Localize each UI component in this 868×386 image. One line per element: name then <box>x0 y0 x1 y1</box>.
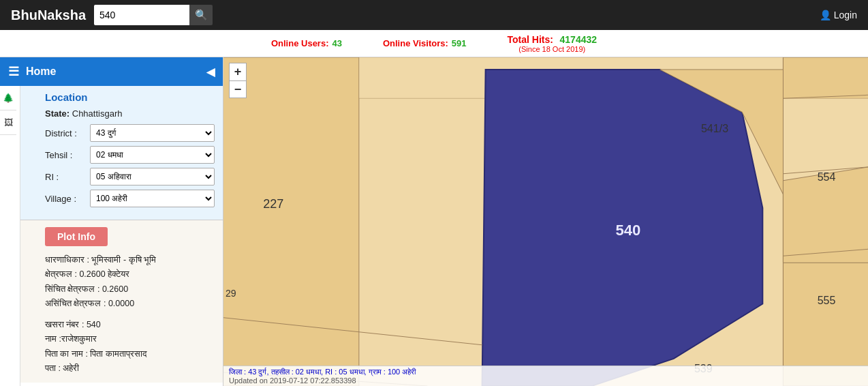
district-select[interactable]: 43 दुर्ग <box>90 124 215 142</box>
plot-detail-area: क्षेत्रफल : 0.2600 हेक्टेयर <box>45 267 215 282</box>
tehsil-select[interactable]: 02 धमधा <box>90 146 215 164</box>
label-29: 29 <box>226 288 236 299</box>
map-statusbar: जिला : 43 दुर्ग, तहसील : 02 धमधा, RI : 0… <box>223 366 868 386</box>
online-visitors-value: 591 <box>452 38 467 48</box>
online-visitors-label: Online Visitors: <box>383 38 448 48</box>
sidebar-header: ☰ Home ◀ <box>0 57 223 86</box>
sidebar: ☰ Home ◀ 🌲 🖼 Location State: Chhattisgar… <box>0 57 223 386</box>
home-label: Home <box>26 65 56 78</box>
ri-select[interactable]: 05 अहिवारा <box>90 168 215 185</box>
since-label: (Since 18 Oct 2019) <box>518 45 585 53</box>
online-users-stat: Online Users: 43 <box>271 38 342 48</box>
village-label: Village : <box>45 194 87 204</box>
collapse-arrow-icon[interactable]: ◀ <box>206 65 215 78</box>
ri-row: RI : 05 अहिवारा <box>45 168 215 185</box>
map-area[interactable]: 227 540 541/3 554 555 539 29 + − जिला : … <box>223 57 868 386</box>
main-layout: ☰ Home ◀ 🌲 🖼 Location State: Chhattisgar… <box>0 57 868 386</box>
village-row: Village : 100 अहेरी <box>45 190 215 207</box>
tehsil-row: Tehsil : 02 धमधा <box>45 146 215 164</box>
plot-detail-dharana: धारणाधिकार : भूमिस्वामी - कृषि भूमि <box>45 253 215 267</box>
image-icon[interactable]: 🖼 <box>0 110 16 135</box>
ri-label: RI : <box>45 172 87 182</box>
tehsil-label: Tehsil : <box>45 150 87 160</box>
plot-detail-sinchit: सिंचित क्षेत्रफल : 0.2600 <box>45 282 215 297</box>
label-540: 540 <box>615 222 640 239</box>
search-input[interactable] <box>94 5 189 25</box>
label-541-3: 541/3 <box>701 122 728 134</box>
state-value: Chhattisgarh <box>72 108 123 119</box>
state-label: State: <box>45 108 69 119</box>
label-555: 555 <box>818 294 836 306</box>
login-label: Login <box>834 10 857 20</box>
hamburger-icon[interactable]: ☰ <box>8 64 19 79</box>
login-button[interactable]: 👤 Login <box>820 10 857 20</box>
location-title: Location <box>45 91 215 103</box>
district-label: District : <box>45 128 87 138</box>
plot-detail-pata: पता : अहेरी <box>45 361 215 376</box>
plot-detail-naam: नाम :राजेशकुमार <box>45 332 215 346</box>
total-hits-label: Total Hits: <box>508 34 553 45</box>
statusbar-info: जिला : 43 दुर्ग, तहसील : 02 धमधा, RI : 0… <box>229 368 416 376</box>
label-227: 227 <box>263 197 283 211</box>
plot-info-button[interactable]: Plot Info <box>45 227 108 246</box>
plot-detail-khasra: खसरा नंबर : 540 <box>45 318 215 332</box>
plot-details: धारणाधिकार : भूमिस्वामी - कृषि भूमि क्षे… <box>45 253 215 376</box>
plot-detail-asinchit: असिंचित क्षेत्रफल : 0.0000 <box>45 297 215 311</box>
online-users-label: Online Users: <box>271 38 329 48</box>
online-visitors-stat: Online Visitors: 591 <box>383 38 467 48</box>
total-hits-value: 4174432 <box>560 34 598 45</box>
village-select[interactable]: 100 अहेरी <box>90 190 215 207</box>
brand-logo: BhuNaksha <box>11 8 86 23</box>
district-row: District : 43 दुर्ग <box>45 124 215 142</box>
stats-bar: Online Users: 43 Online Visitors: 591 To… <box>0 30 868 57</box>
map-svg: 227 540 541/3 554 555 539 29 <box>223 57 868 386</box>
total-hits-stat: Total Hits: 4174432 (Since 18 Oct 2019) <box>508 34 598 53</box>
zoom-in-button[interactable]: + <box>229 63 247 80</box>
user-icon: 👤 <box>820 10 831 20</box>
location-section: Location State: Chhattisgarh District : … <box>20 86 223 220</box>
plot-detail-pita: पिता का नाम : पिता कामताप्रसाद <box>45 347 215 361</box>
svg-marker-1 <box>223 57 359 386</box>
navbar: BhuNaksha 🔍 👤 Login <box>0 0 868 30</box>
plot-info-section: Plot Info धारणाधिकार : भूमिस्वामी - कृषि… <box>20 220 223 383</box>
online-users-value: 43 <box>332 38 341 48</box>
label-554: 554 <box>818 170 836 183</box>
tree-icon[interactable]: 🌲 <box>0 86 16 110</box>
statusbar-coords: Updated on 2019-07-12 07:22.853398 <box>229 376 356 385</box>
search-wrap: 🔍 <box>94 5 213 25</box>
search-button[interactable]: 🔍 <box>189 5 213 25</box>
state-row: State: Chhattisgarh <box>45 108 215 119</box>
zoom-controls: + − <box>229 63 247 98</box>
zoom-out-button[interactable]: − <box>229 80 247 98</box>
